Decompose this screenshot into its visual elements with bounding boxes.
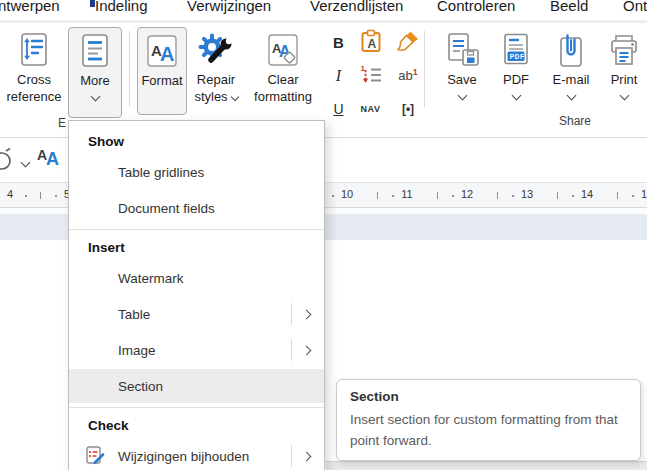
field-marker-button[interactable]: [•] xyxy=(389,92,427,125)
print-label: Print xyxy=(611,71,638,88)
submenu-arrow-icon xyxy=(302,451,312,461)
tab-verzendlijsten[interactable]: Verzendlijsten xyxy=(310,0,403,17)
bold-button[interactable]: B xyxy=(325,26,352,59)
menu-item-label: Image xyxy=(118,343,291,358)
menu-item-section[interactable]: Section xyxy=(69,369,324,403)
print-button[interactable]: Print xyxy=(602,27,646,99)
paste-format-clipboard-icon: A xyxy=(360,29,382,57)
ruler-dot xyxy=(452,195,454,197)
bottom-strip xyxy=(326,461,647,470)
ruler-dot xyxy=(572,195,574,197)
underline-button[interactable]: U xyxy=(325,92,352,125)
ruler-number-15: 15 xyxy=(641,188,647,200)
menu-header-show: Show xyxy=(69,129,324,155)
format-button[interactable]: AA Format xyxy=(137,27,187,115)
email-paperclip-icon xyxy=(555,29,587,71)
menu-item-label: Table xyxy=(118,307,291,322)
repair-gear-wrench-icon xyxy=(198,29,234,71)
clear-formatting-icon: AA xyxy=(268,29,298,71)
section-tooltip: Section Insert section for custom format… xyxy=(336,379,641,461)
ruler-dot xyxy=(632,195,634,197)
menu-separator xyxy=(69,407,324,408)
track-changes-icon xyxy=(86,446,106,466)
menu-separator xyxy=(69,229,324,230)
bold-label: B xyxy=(333,34,344,51)
tab-ontw[interactable]: Ontw xyxy=(623,0,647,17)
tab-ntwerpen[interactable]: ntwerpen xyxy=(0,0,60,17)
nav-label: NAV xyxy=(361,104,381,114)
ruler-tick xyxy=(40,192,41,199)
menu-bar: ntwerpenIndelingVerwijzingenVerzendlijst… xyxy=(0,0,647,20)
tooltip-title: Section xyxy=(350,389,622,404)
tab-beeld[interactable]: Beeld xyxy=(550,0,588,17)
menu-item-watermark[interactable]: Watermark xyxy=(69,261,324,295)
ruler-number-4: 4 xyxy=(7,188,13,200)
clear-formatting-button[interactable]: AA Clear formatting xyxy=(244,27,322,105)
italic-label: I xyxy=(336,67,341,85)
app-window: ntwerpenIndelingVerwijzingenVerzendlijst… xyxy=(0,0,647,470)
chevron-down-icon xyxy=(457,91,467,101)
chevron-down-icon xyxy=(511,91,521,101)
tab-controleren[interactable]: Controleren xyxy=(437,0,515,17)
menu-item-table-gridlines[interactable]: Table gridlines xyxy=(69,155,324,189)
cross-reference-button[interactable]: Cross reference xyxy=(2,27,66,105)
cross-reference-icon xyxy=(21,29,47,71)
ruler-dot xyxy=(25,195,27,197)
submenu-arrow-icon xyxy=(302,345,312,355)
ruler-dot xyxy=(512,195,514,197)
menu-item-table[interactable]: Table xyxy=(69,297,324,331)
group-label-left: E xyxy=(58,116,66,130)
chevron-down-icon[interactable] xyxy=(21,158,31,168)
ruler-tick xyxy=(617,192,618,199)
menu-item-document-fields[interactable]: Document fields xyxy=(69,191,324,225)
email-label: E-mail xyxy=(553,71,590,88)
submenu-arrow-icon xyxy=(302,309,312,319)
menu-header-check: Check xyxy=(69,413,324,439)
italic-button[interactable]: I xyxy=(325,59,352,92)
pdf-document-icon: PDF xyxy=(501,29,531,71)
menu-header-insert: Insert xyxy=(69,235,324,261)
numbered-list-button[interactable]: 1 xyxy=(352,59,389,92)
menu-item-image[interactable]: Image xyxy=(69,333,324,367)
ruler-dot xyxy=(55,195,57,197)
save-label: Save xyxy=(447,71,477,88)
email-button[interactable]: E-mail xyxy=(544,27,598,99)
menu-item-wijzigingen-bijhouden[interactable]: Wijzigingen bijhouden xyxy=(69,439,324,470)
clear-formatting-label: Clear formatting xyxy=(244,71,322,105)
pdf-button[interactable]: PDF PDF xyxy=(492,27,540,99)
ruler-dot xyxy=(332,195,334,197)
chevron-down-icon xyxy=(90,92,100,102)
submenu-divider xyxy=(291,339,292,361)
format-aa-icon: AA xyxy=(147,30,177,72)
circle-partial-icon[interactable] xyxy=(0,147,17,177)
paste-format-button[interactable]: A xyxy=(352,26,389,59)
more-button[interactable]: More xyxy=(68,27,122,118)
ruler-tick xyxy=(377,192,378,199)
chevron-down-icon xyxy=(566,91,576,101)
repair-styles-label: Repair styles xyxy=(190,71,242,105)
format-painter-brush-icon xyxy=(396,30,420,56)
save-floppy-icon xyxy=(443,29,481,71)
chevron-down-icon xyxy=(619,91,629,101)
menu-item-label: Wijzigingen bijhouden xyxy=(118,449,291,464)
menu-item-label: Section xyxy=(118,379,324,394)
svg-text:A: A xyxy=(160,43,174,65)
footnote-label: ab1 xyxy=(398,67,417,83)
menu-item-label: Table gridlines xyxy=(118,165,324,180)
more-dropdown-menu: ShowTable gridlinesDocument fieldsInsert… xyxy=(68,120,325,470)
pdf-label: PDF xyxy=(503,71,529,88)
submenu-divider xyxy=(291,303,292,325)
tab-verwijzingen[interactable]: Verwijzingen xyxy=(187,0,271,17)
submenu-divider xyxy=(291,445,292,467)
format-small-buttons: B A I 1 ab1 U NAV [•] xyxy=(325,26,427,125)
save-button[interactable]: Save xyxy=(438,27,486,99)
repair-styles-button[interactable]: Repair styles xyxy=(190,27,242,105)
nav-button[interactable]: NAV xyxy=(352,92,389,125)
ruler-tick xyxy=(437,192,438,199)
ruler-tick xyxy=(557,192,558,199)
footnote-button[interactable]: ab1 xyxy=(389,59,427,92)
character-format-aa-icon[interactable]: A A xyxy=(37,145,63,171)
numbered-list-sort-icon: 1 xyxy=(359,63,383,89)
tab-indeling[interactable]: Indeling xyxy=(95,0,148,17)
format-painter-button[interactable] xyxy=(389,26,427,59)
